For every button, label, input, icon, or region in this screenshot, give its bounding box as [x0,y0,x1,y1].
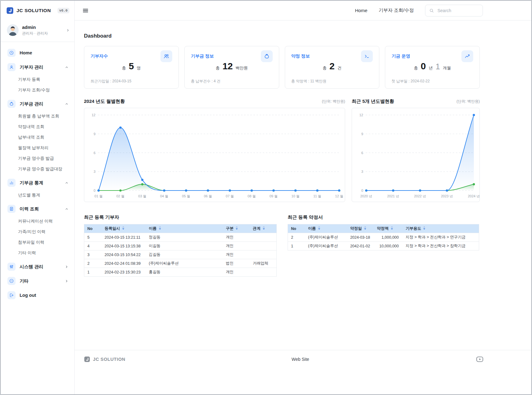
stat-value: 5 [129,61,134,71]
table-row[interactable]: 12024-02-23 15:30:23홍길동개인 [84,268,277,277]
column-header[interactable]: 약정일 [347,224,374,233]
table-cell: 1 [84,268,102,277]
stat-prefix: 총 [414,65,418,71]
chevron-up-icon [65,102,69,106]
bar-chart-icon [7,179,16,187]
sort-icon[interactable] [235,226,238,231]
sidebar-group-donation-management[interactable]: 기부금 관리 [1,97,74,111]
sidebar-group-donor-management[interactable]: 기부자 관리 [1,60,74,74]
person-icon [7,63,16,71]
search-box[interactable] [425,5,483,16]
nav-label: 기타 [20,278,29,284]
sort-icon[interactable] [262,226,265,231]
column-header[interactable]: 이름 [146,224,223,233]
topbar-link-donor-lookup[interactable]: 기부자 조회/수정 [379,7,414,13]
table-cell: 2024-02-24 01:08:39 [101,259,146,268]
monthly-line-chart: 03691201 월02 월03 월04 월05 월06 월07 월08 월09… [84,108,345,202]
brand[interactable]: JC SOLUTION v6.0 [1,1,74,21]
svg-text:12: 12 [92,113,95,117]
stat-prefix: 총 [215,65,220,71]
nav-label: Log out [20,293,36,298]
sidebar-item-receipt-ledger[interactable]: 기부금 영수증 발급대장 [1,164,74,174]
svg-text:2023 년: 2023 년 [441,194,453,198]
sidebar-item-donor-lookup[interactable]: 기부자 조회/수정 [1,85,74,95]
sort-icon[interactable] [318,226,321,231]
recent-pledges-panel: 최근 등록 약정서 No이름약정일약정액기부용도2(주)제이씨솔루션2024-0… [288,214,479,250]
recent-donors-table: No등록일시이름구분관계52024-03-15 13:21:11정길동개인420… [84,224,277,277]
document-icon [7,205,16,213]
sidebar-group-system-management[interactable]: 시스템 관리 [1,260,74,274]
profile-name: admin [22,25,48,30]
sliders-icon [7,263,16,271]
svg-text:0: 0 [94,189,95,192]
people-icon [160,50,172,62]
svg-text:09 월: 09 월 [270,194,278,198]
svg-text:04 월: 04 월 [160,194,168,198]
sidebar-item-receipt-issue[interactable]: 기부금 영수증 발급 [1,153,74,164]
table-cell: 지정 > 학과 > 전산학과 > 연구기금 [402,233,479,242]
sidebar-item-logout[interactable]: Log out [1,288,74,302]
sidebar: JC SOLUTION v6.0 admin 관리자 · 관리자 Home 기부… [1,1,75,394]
stat-prefix: 총 [323,65,327,71]
sidebar-group-history-lookup[interactable]: 이력 조회 [1,202,74,216]
topbar-link-home[interactable]: Home [355,8,368,13]
sidebar-group-donation-stats[interactable]: 기부금 통계 [1,176,74,190]
table-cell: 2 [288,233,305,242]
stat-value: 12 [222,61,233,71]
column-header[interactable]: 관계 [250,224,277,233]
table-row[interactable]: 2(주)제이씨솔루션2024-03-181,000,000지정 > 학과 > 전… [288,233,479,242]
column-header[interactable]: 구분 [223,224,250,233]
table-row[interactable]: 42024-03-15 13:15:38이길동개인 [84,242,277,250]
svg-text:12: 12 [359,113,363,117]
table-row[interactable]: 1(주)제이씨솔루션2042-01-0210,000,000지정 > 학과 > … [288,242,479,250]
sidebar-item-family-history[interactable]: 가족/지인 이력 [1,227,74,237]
sidebar-item-attachment-history[interactable]: 첨부파일 이력 [1,237,74,248]
profile-row[interactable]: admin 관리자 · 관리자 [1,21,74,42]
column-header[interactable]: 약정액 [374,224,402,233]
donor-management-submenu: 기부자 등록 기부자 조회/수정 [1,74,74,97]
search-input[interactable] [437,8,479,13]
sort-icon[interactable] [159,226,161,231]
chevron-right-icon [65,279,69,283]
sidebar-item-yearly-stats[interactable]: 년도별 통계 [1,190,74,200]
table-title: 최근 등록 기부자 [84,214,277,220]
sidebar-group-etc[interactable]: 기타 [1,274,74,288]
sidebar-item-pledge-history[interactable]: 약정내역 조회 [1,122,74,132]
table-cell: 2024-03-15 13:15:38 [101,242,146,250]
sort-icon[interactable] [364,226,367,231]
dashboard-content: Dashboard 기부자수 총5명 최근가입일 : 2024-03-15 기부… [75,21,531,394]
chart-unit-label: (단위: 백만원) [322,99,345,104]
footer-website-link[interactable]: Web Site [292,357,309,362]
sidebar-item-member-total-paid[interactable]: 회원별 총 납부액 조회 [1,111,74,122]
column-header[interactable]: 등록일시 [101,224,146,233]
video-link-button[interactable] [475,355,484,363]
sidebar-item-communication-history[interactable]: 커뮤니케이션 이력 [1,216,74,227]
sort-icon[interactable] [391,226,393,231]
menu-toggle-button[interactable] [80,5,91,16]
table-row[interactable]: 52024-03-15 13:21:11정길동개인 [84,233,277,242]
sidebar-item-etc-history[interactable]: 기타 이력 [1,248,74,258]
chevron-up-icon [65,65,69,69]
table-cell [250,233,277,242]
nav-label: 기부금 관리 [20,101,44,107]
app-window: JC SOLUTION v6.0 admin 관리자 · 관리자 Home 기부… [0,0,532,395]
svg-text:08 월: 08 월 [247,194,256,198]
sidebar-item-donor-register[interactable]: 기부자 등록 [1,74,74,85]
footer-logo-icon [84,356,90,362]
sidebar-item-monthly-payment[interactable]: 월정액 납부처리 [1,143,74,153]
chart-title: 2024 년도 월별현황 [84,99,125,104]
table-row[interactable]: 22024-02-24 01:08:39(주)제이씨솔루션법인거래업체 [84,259,277,268]
column-header[interactable]: 기부용도 [402,224,479,233]
sidebar-item-home[interactable]: Home [1,46,74,60]
table-cell: 1 [288,242,305,250]
table-row[interactable]: 32024-03-15 10:54:22김길동개인 [84,250,277,259]
table-cell: (주)제이씨솔루션 [146,259,223,268]
circle-dash-icon [7,277,16,285]
sort-icon[interactable] [122,226,125,231]
sidebar-item-payment-history[interactable]: 납부내역 조회 [1,132,74,143]
column-header[interactable]: 이름 [305,224,347,233]
svg-text:03 월: 03 월 [138,194,146,198]
chevron-up-icon [65,207,69,211]
svg-text:3: 3 [361,170,363,173]
sort-icon[interactable] [423,226,426,231]
